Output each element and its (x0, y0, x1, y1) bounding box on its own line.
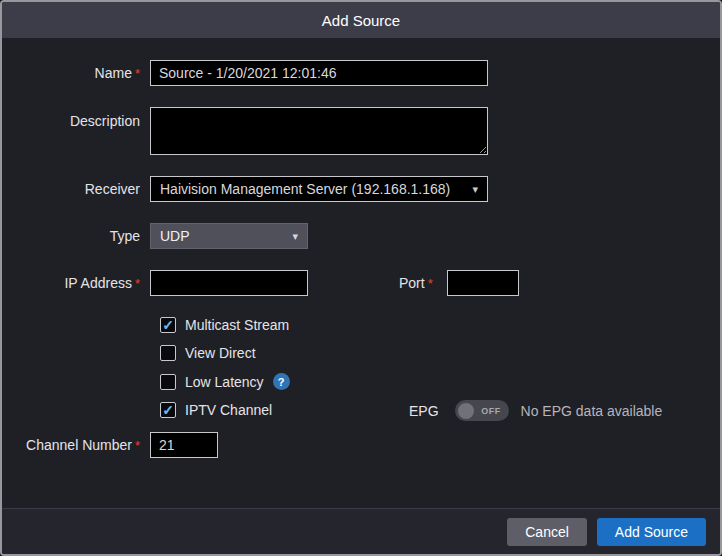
receiver-selected-value: Haivision Management Server (192.168.1.1… (160, 181, 450, 197)
view-direct-checkbox[interactable]: ✓ (160, 345, 176, 361)
ip-port-row: IP Address* Port* (2, 270, 720, 296)
multicast-stream-label: Multicast Stream (185, 317, 289, 333)
receiver-dropdown[interactable]: Haivision Management Server (192.168.1.1… (150, 176, 488, 202)
epg-label: EPG (409, 403, 439, 419)
description-textarea[interactable] (150, 107, 488, 155)
required-asterisk: * (428, 276, 433, 291)
dialog-body: Name* Description Receiver Haivision Man… (2, 38, 720, 508)
type-selected-value: UDP (160, 228, 190, 244)
name-input[interactable] (150, 60, 488, 86)
chevron-down-icon: ▾ (472, 183, 478, 196)
description-label: Description (2, 107, 150, 129)
type-row: Type UDP ▾ (2, 223, 720, 249)
iptv-channel-label: IPTV Channel (185, 402, 272, 418)
low-latency-row: ✓ Low Latency ? (160, 373, 720, 390)
dialog-title: Add Source (322, 12, 400, 29)
dialog-footer: Cancel Add Source (2, 508, 720, 554)
toggle-knob-icon (458, 403, 474, 419)
ip-address-input[interactable] (150, 270, 308, 296)
type-dropdown[interactable]: UDP ▾ (150, 223, 308, 249)
required-asterisk: * (135, 438, 140, 453)
name-label: Name* (2, 65, 150, 81)
iptv-channel-checkbox[interactable]: ✓ (160, 402, 176, 418)
epg-section: EPG OFF No EPG data available (409, 400, 662, 421)
epg-toggle[interactable]: OFF (455, 400, 509, 421)
checkbox-group: ✓ Multicast Stream ✓ View Direct ✓ Low L… (160, 317, 720, 418)
ip-address-label: IP Address* (2, 275, 150, 291)
check-icon: ✓ (162, 403, 174, 417)
epg-message: No EPG data available (521, 403, 663, 419)
channel-number-row: Channel Number* (2, 432, 720, 458)
required-asterisk: * (135, 276, 140, 291)
name-row: Name* (2, 60, 720, 86)
chevron-down-icon: ▾ (292, 230, 298, 243)
channel-number-label: Channel Number* (2, 437, 150, 453)
view-direct-label: View Direct (185, 345, 256, 361)
iptv-channel-row: ✓ IPTV Channel EPG OFF No EPG data avail… (160, 402, 720, 418)
receiver-row: Receiver Haivision Management Server (19… (2, 176, 720, 202)
low-latency-checkbox[interactable]: ✓ (160, 374, 176, 390)
add-source-dialog: Add Source Name* Description Receiver Ha… (0, 0, 722, 556)
multicast-stream-row: ✓ Multicast Stream (160, 317, 720, 333)
epg-toggle-state: OFF (474, 406, 509, 416)
receiver-label: Receiver (2, 181, 150, 197)
cancel-button[interactable]: Cancel (507, 518, 587, 546)
check-icon: ✓ (162, 318, 174, 332)
type-label: Type (2, 228, 150, 244)
channel-number-input[interactable] (150, 432, 218, 458)
multicast-stream-checkbox[interactable]: ✓ (160, 317, 176, 333)
dialog-header: Add Source (2, 2, 720, 38)
description-row: Description (2, 107, 720, 155)
add-source-button[interactable]: Add Source (597, 518, 706, 546)
port-input[interactable] (447, 270, 519, 296)
low-latency-label: Low Latency (185, 374, 264, 390)
help-icon[interactable]: ? (273, 373, 290, 390)
view-direct-row: ✓ View Direct (160, 345, 720, 361)
port-label: Port (399, 275, 425, 291)
required-asterisk: * (135, 66, 140, 81)
